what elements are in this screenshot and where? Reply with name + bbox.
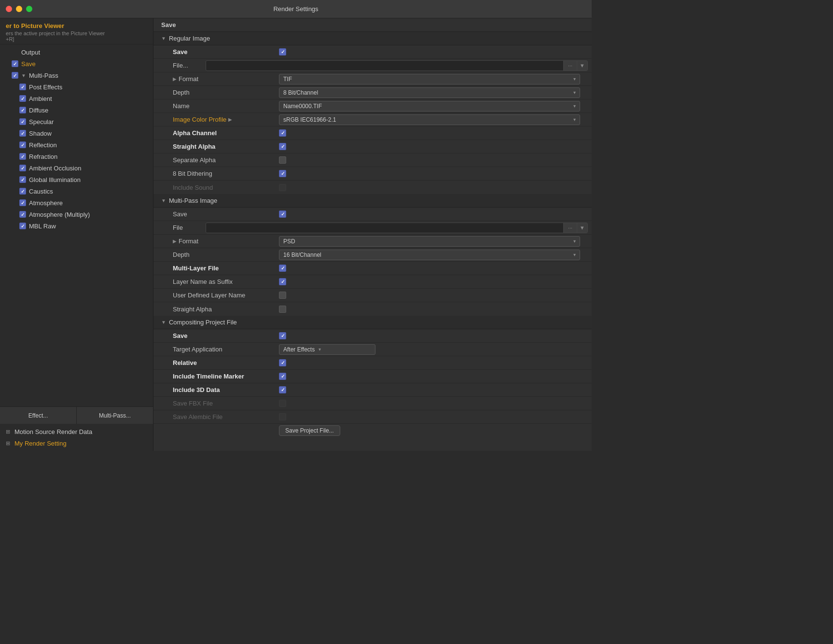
file-dots-button[interactable]: ··· (563, 61, 577, 70)
motion-source-item[interactable]: ⊞ Motion Source Render Data (0, 426, 153, 437)
global-illumination-checkbox[interactable] (19, 176, 26, 183)
mp-save-checkbox[interactable] (279, 210, 286, 218)
ambient-checkbox[interactable] (19, 95, 26, 102)
multipass-checkbox[interactable] (12, 72, 18, 79)
maximize-button[interactable] (26, 6, 32, 12)
multipass-button[interactable]: Multi-Pass... (77, 407, 153, 424)
cp-alembic-checkbox[interactable] (279, 413, 286, 420)
effects-button[interactable]: Effect... (0, 407, 77, 424)
file-input[interactable] (206, 62, 563, 69)
my-render-setting-item[interactable]: ⊞ My Render Setting (0, 437, 153, 449)
depth-dropdown[interactable]: 8 Bit/Channel ▾ (279, 87, 580, 98)
minimize-button[interactable] (16, 6, 22, 12)
my-render-label: My Render Setting (14, 440, 67, 447)
cp-relative-row: Relative (153, 356, 592, 370)
format-dropdown-arrow: ▾ (573, 76, 576, 82)
straight-alpha-value (279, 143, 580, 150)
ambient-occlusion-checkbox[interactable] (19, 165, 26, 171)
8bit-dithering-value (279, 170, 580, 177)
format-dropdown[interactable]: TIF ▾ (279, 74, 580, 84)
mp-format-dropdown[interactable]: PSD ▾ (279, 236, 580, 247)
sidebar-item-diffuse[interactable]: Diffuse (0, 104, 153, 116)
straight-alpha-label: Straight Alpha (173, 143, 279, 150)
compositing-body: Save Target Application After Effects ▾ (153, 329, 592, 437)
mp-straight-alpha-value (279, 306, 580, 313)
color-profile-dropdown[interactable]: sRGB IEC61966-2.1 ▾ (279, 114, 580, 125)
cp-3ddata-label: Include 3D Data (173, 386, 279, 393)
cp-save-checkbox[interactable] (279, 332, 286, 339)
sidebar-item-ambient[interactable]: Ambient (0, 93, 153, 104)
sidebar-item-output[interactable]: Output (0, 46, 153, 58)
sidebar-item-atmosphere-multiply[interactable]: Atmosphere (Multiply) (0, 209, 153, 220)
sidebar-item-caustics[interactable]: Caustics (0, 185, 153, 197)
caustics-checkbox[interactable] (19, 188, 26, 195)
mp-multilayer-checkbox[interactable] (279, 265, 286, 272)
sidebar-header-title: er to Picture Viewer (6, 22, 147, 29)
separate-alpha-checkbox[interactable] (279, 156, 286, 164)
mp-file-dots-button[interactable]: ··· (563, 223, 577, 233)
refraction-checkbox[interactable] (19, 153, 26, 160)
reflection-checkbox[interactable] (19, 141, 26, 148)
straight-alpha-checkbox[interactable] (279, 143, 286, 150)
cp-relative-label: Relative (173, 359, 279, 366)
mp-user-layer-checkbox[interactable] (279, 292, 286, 299)
mbl-raw-checkbox[interactable] (19, 223, 26, 229)
sidebar-header-shortcut: +R] (6, 36, 147, 42)
post-effects-label: Post Effects (29, 84, 62, 91)
compositing-section: ▼ Compositing Project File Save Target A… (153, 316, 592, 437)
include-sound-checkbox[interactable] (279, 184, 286, 191)
specular-checkbox[interactable] (19, 118, 26, 125)
sidebar-item-mbl-raw[interactable]: MBL Raw (0, 220, 153, 232)
file-row: File... ··· ▾ (153, 59, 592, 72)
sidebar-item-post-effects[interactable]: Post Effects (0, 81, 153, 93)
atmosphere-multiply-checkbox[interactable] (19, 211, 26, 218)
name-row-label: Name (173, 102, 279, 110)
cp-project-button[interactable]: Save Project File... (279, 425, 340, 436)
sidebar-item-reflection[interactable]: Reflection (0, 139, 153, 151)
compositing-header[interactable]: ▼ Compositing Project File (153, 316, 592, 329)
separate-alpha-row: Separate Alpha (153, 154, 592, 167)
alpha-channel-checkbox[interactable] (279, 129, 286, 137)
file-chevron-button[interactable]: ▾ (577, 61, 587, 70)
ambient-occlusion-label: Ambient Occlusion (29, 165, 81, 172)
sidebar-item-shadow[interactable]: Shadow (0, 127, 153, 139)
cp-target-dropdown[interactable]: After Effects ▾ (279, 344, 375, 355)
content-area: Save ▼ Regular Image Save File... (153, 18, 592, 451)
cp-fbx-checkbox[interactable] (279, 400, 286, 407)
sidebar-buttons: Effect... Multi-Pass... (0, 406, 153, 424)
straight-alpha-row: Straight Alpha (153, 140, 592, 154)
shadow-checkbox[interactable] (19, 130, 26, 137)
8bit-dithering-checkbox[interactable] (279, 170, 286, 177)
post-effects-checkbox[interactable] (19, 84, 26, 90)
cp-3ddata-checkbox[interactable] (279, 386, 286, 393)
multipass-image-header[interactable]: ▼ Multi-Pass Image (153, 194, 592, 208)
close-button[interactable] (6, 6, 12, 12)
mp-depth-dropdown[interactable]: 16 Bit/Channel ▾ (279, 250, 580, 260)
mp-straight-alpha-checkbox[interactable] (279, 306, 286, 313)
sidebar-item-save[interactable]: Save (0, 58, 153, 70)
sidebar-item-atmosphere[interactable]: Atmosphere (0, 197, 153, 209)
regular-image-header[interactable]: ▼ Regular Image (153, 32, 592, 45)
save-checkbox[interactable] (12, 60, 18, 67)
diffuse-label: Diffuse (29, 107, 48, 114)
mp-file-label: File (173, 224, 202, 231)
save-row-checkbox[interactable] (279, 48, 286, 56)
mp-file-input[interactable] (206, 224, 563, 231)
mp-layer-suffix-checkbox[interactable] (279, 278, 286, 285)
cp-timeline-checkbox[interactable] (279, 373, 286, 380)
save-row-value (279, 48, 580, 56)
name-dropdown[interactable]: Name0000.TIF ▾ (279, 101, 580, 112)
sidebar-item-refraction[interactable]: Refraction (0, 151, 153, 162)
mp-user-layer-label: User Defined Layer Name (173, 292, 279, 299)
sidebar-item-global-illumination[interactable]: Global Illumination (0, 174, 153, 185)
atmosphere-checkbox[interactable] (19, 199, 26, 206)
diffuse-checkbox[interactable] (19, 107, 26, 113)
sidebar-item-specular[interactable]: Specular (0, 116, 153, 127)
file-row-label: File... (173, 62, 202, 69)
cp-target-value: After Effects ▾ (279, 344, 580, 355)
mp-file-chevron-button[interactable]: ▾ (577, 223, 587, 233)
sidebar-item-ambient-occlusion[interactable]: Ambient Occlusion (0, 162, 153, 174)
content-header: Save (153, 18, 592, 32)
sidebar-item-multipass[interactable]: ▼ Multi-Pass (0, 70, 153, 81)
cp-relative-checkbox[interactable] (279, 359, 286, 366)
